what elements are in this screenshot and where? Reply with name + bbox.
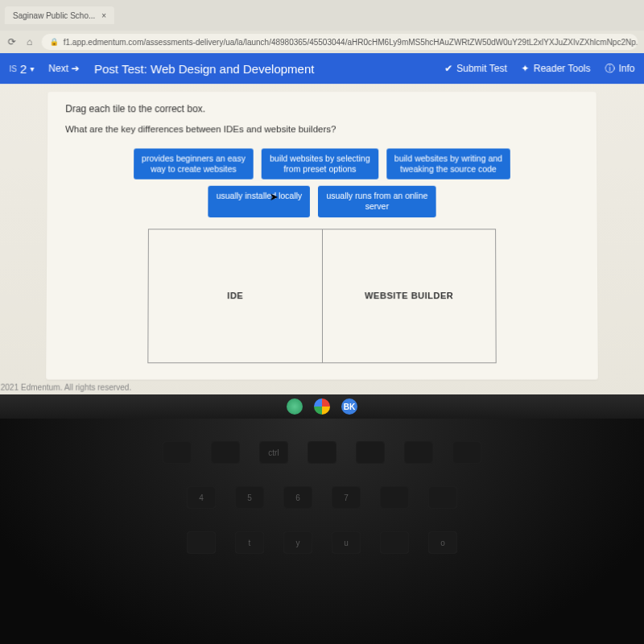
tab-label: Saginaw Public Scho... [13, 10, 95, 19]
lock-icon: 🔒 [50, 38, 59, 46]
drop-box-ide[interactable]: IDE [147, 229, 322, 363]
reader-label: Reader Tools [534, 63, 591, 74]
browser-tab[interactable]: Saginaw Public Scho... × [5, 6, 114, 24]
instruction-text: Drag each tile to the correct box. [65, 103, 579, 114]
info-button[interactable]: ⓘ Info [605, 62, 634, 76]
tile-online-server[interactable]: usually runs from an online server [318, 186, 436, 217]
key [163, 441, 192, 464]
drop-label-ide: IDE [227, 291, 243, 300]
tiles-row-2: usually installed locally usually runs f… [208, 186, 436, 217]
info-icon: ⓘ [605, 62, 614, 76]
bk-icon-text: BK [344, 402, 355, 411]
key: y [283, 531, 312, 554]
section-number: 2 [20, 62, 27, 76]
tile-installed-locally[interactable]: usually installed locally [208, 186, 310, 217]
tile-source-code[interactable]: build websites by writing and tweaking t… [386, 148, 510, 179]
submit-label: Submit Test [456, 63, 507, 74]
home-icon[interactable]: ⌂ [24, 36, 35, 47]
drop-box-website-builder[interactable]: WEBSITE BUILDER [322, 229, 497, 363]
taskbar-bk-icon[interactable]: BK [341, 398, 357, 415]
chevron-down-icon: ▾ [30, 64, 34, 73]
tile-beginners[interactable]: provides beginners an easy way to create… [134, 148, 254, 179]
browser-toolbar: ⟳ ⌂ 🔒 f1.app.edmentum.com/assessments-de… [0, 31, 644, 53]
section-selector[interactable]: IS 2 ▾ [9, 62, 34, 76]
laptop-keyboard: ctrl 4 5 6 7 t y u o [0, 419, 644, 644]
info-label: Info [618, 63, 634, 74]
os-taskbar: BK [0, 394, 644, 419]
submit-test-button[interactable]: ✔ Submit Test [444, 63, 507, 74]
key: u [332, 531, 361, 554]
header-actions: ✔ Submit Test ✦ Reader Tools ⓘ Info [444, 62, 634, 76]
key: ctrl [259, 441, 288, 464]
key [428, 486, 457, 509]
draggable-tiles-area: provides beginners an easy way to create… [65, 148, 580, 217]
key: t [235, 531, 264, 554]
laptop-screen: Saginaw Public Scho... × ⟳ ⌂ 🔒 f1.app.ed… [0, 0, 644, 414]
tiles-row-1: provides beginners an easy way to create… [134, 148, 510, 179]
tools-icon: ✦ [522, 63, 530, 74]
taskbar-app-icon[interactable] [287, 398, 303, 415]
arrow-right-icon: ➔ [72, 63, 80, 74]
url-text: f1.app.edmentum.com/assessments-delivery… [64, 38, 638, 47]
key [187, 531, 216, 554]
drop-zones: IDE WEBSITE BUILDER [64, 229, 580, 363]
key [308, 441, 336, 464]
key [404, 441, 433, 464]
app-header-bar: IS 2 ▾ Next ➔ Post Test: Web Design and … [0, 53, 644, 84]
close-tab-icon[interactable]: × [101, 10, 106, 19]
question-text: What are the key differences between IDE… [65, 124, 579, 134]
key: 5 [235, 486, 264, 509]
reload-icon[interactable]: ⟳ [6, 36, 18, 47]
key [380, 531, 409, 554]
copyright-text: 2021 Edmentum. All rights reserved. [1, 383, 132, 392]
key: 6 [283, 486, 312, 509]
key [380, 486, 409, 509]
key: 4 [187, 486, 216, 509]
key: 7 [332, 486, 361, 509]
page-title: Post Test: Web Design and Development [94, 62, 430, 76]
next-button[interactable]: Next ➔ [48, 63, 80, 74]
key [356, 441, 385, 464]
key [211, 441, 240, 464]
key [452, 441, 481, 464]
key: o [428, 531, 457, 554]
question-card: Drag each tile to the correct box. What … [46, 92, 598, 379]
browser-tab-strip: Saginaw Public Scho... × [0, 0, 644, 31]
reader-tools-button[interactable]: ✦ Reader Tools [522, 63, 591, 74]
address-bar[interactable]: 🔒 f1.app.edmentum.com/assessments-delive… [42, 34, 638, 50]
chrome-icon[interactable] [314, 398, 330, 415]
tile-preset-options[interactable]: build websites by selecting from preset … [262, 148, 378, 179]
check-icon: ✔ [444, 63, 452, 74]
next-label: Next [48, 63, 68, 74]
drop-label-website-builder: WEBSITE BUILDER [365, 291, 453, 300]
